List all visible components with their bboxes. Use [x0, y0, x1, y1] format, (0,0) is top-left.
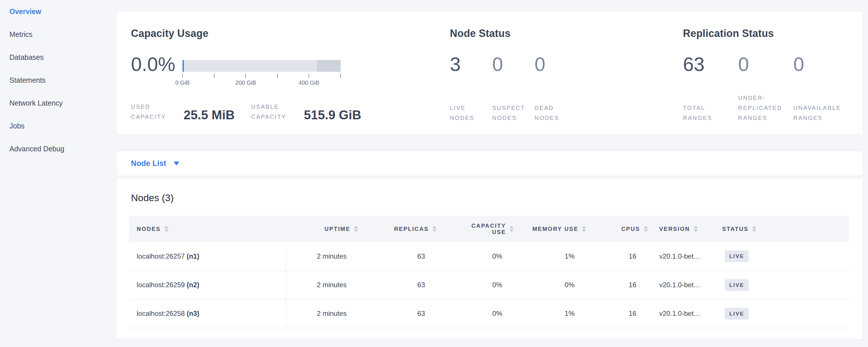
table-row: localhost:26257 (n1) 2 minutes 63 0% 1% …	[129, 242, 849, 271]
axis-label-0gib: 0 GiB	[175, 80, 190, 86]
nodes-table-card: Nodes (3) Nodes Uptime Rep	[116, 178, 863, 339]
column-header-status[interactable]: Status	[722, 216, 849, 242]
uptime-cell: 2 minutes	[285, 242, 358, 271]
sidebar-item-databases[interactable]: Databases	[9, 46, 116, 69]
replication-status-title: Replication Status	[683, 28, 848, 39]
sort-icon	[432, 226, 436, 232]
live-nodes-count: 3	[450, 54, 492, 74]
column-header-replicas[interactable]: Replicas	[358, 216, 436, 242]
sort-icon	[582, 226, 586, 232]
nodes-table: Nodes Uptime Replicas Capacity	[129, 216, 849, 328]
column-header-cpus[interactable]: CPUs	[586, 216, 648, 242]
sort-icon	[644, 226, 648, 232]
capacity-gauge-used-bar	[183, 60, 184, 72]
table-row: localhost:26259 (n2) 2 minutes 63 0% 0% …	[129, 271, 849, 299]
capacity-use-cell: 0%	[436, 271, 514, 299]
uptime-cell: 2 minutes	[285, 271, 358, 299]
capacity-gauge-track	[183, 60, 341, 72]
sort-icon	[509, 226, 514, 232]
capacity-used-percent: 0.0%	[131, 53, 175, 75]
memory-use-cell: 0%	[514, 271, 586, 299]
suspect-nodes-stat: 0 Suspect Nodes	[492, 54, 534, 123]
dead-nodes-stat: 0 Dead Nodes	[534, 54, 577, 123]
sidebar-item-jobs[interactable]: Jobs	[9, 115, 116, 137]
status-badge: LIVE	[725, 279, 749, 291]
status-cell: LIVE	[722, 271, 849, 299]
capacity-usage-title: Capacity Usage	[131, 28, 450, 39]
status-cell: LIVE	[722, 299, 849, 328]
cluster-summary-card: Capacity Usage 0.0%	[116, 11, 863, 134]
sidebar-item-overview[interactable]: Overview	[9, 0, 116, 23]
capacity-gauge-ticks	[183, 73, 341, 78]
node-address-cell: localhost:26259 (n2)	[129, 271, 285, 299]
axis-label-400gib: 400 GiB	[299, 80, 319, 86]
status-badge: LIVE	[725, 250, 749, 262]
node-address-cell: localhost:26257 (n1)	[129, 242, 285, 271]
replicas-cell: 63	[358, 271, 436, 299]
chevron-down-icon	[174, 162, 179, 165]
capacity-gauge-axis: 0 GiB 200 GiB 400 GiB	[183, 80, 341, 86]
sidebar-item-advanced-debug[interactable]: Advanced Debug	[9, 137, 116, 160]
capacity-gauge-chart: 0 GiB 200 GiB 400 GiB	[183, 60, 341, 86]
used-capacity-stat: Used Capacity 25.5 MiB	[131, 102, 235, 122]
column-header-uptime[interactable]: Uptime	[285, 216, 358, 242]
sort-icon	[694, 226, 698, 232]
status-cell: LIVE	[722, 242, 849, 271]
sidebar: Overview Metrics Databases Statements Ne…	[0, 0, 116, 347]
column-header-memory-use[interactable]: Memory Use	[514, 216, 586, 242]
usable-capacity-stat: Usable Capacity 515.9 GiB	[251, 102, 362, 122]
version-cell: v20.1.0-bet…	[648, 299, 722, 328]
under-replicated-ranges-count: 0	[738, 54, 793, 74]
view-selector-card: Node List	[116, 151, 863, 176]
total-ranges-count: 63	[683, 54, 738, 74]
axis-label-200gib: 200 GiB	[236, 80, 256, 86]
column-header-nodes[interactable]: Nodes	[129, 216, 285, 242]
sidebar-item-statements[interactable]: Statements	[9, 69, 116, 92]
replicas-cell: 63	[358, 242, 436, 271]
uptime-cell: 2 minutes	[285, 299, 358, 328]
column-header-capacity-use[interactable]: Capacity Use	[436, 216, 514, 242]
sort-icon	[164, 226, 168, 232]
table-row: localhost:26258 (n3) 2 minutes 63 0% 1% …	[129, 299, 849, 328]
nodes-table-title: Nodes (3)	[129, 192, 850, 203]
column-header-version[interactable]: Version	[648, 216, 722, 242]
capacity-use-cell: 0%	[436, 299, 514, 328]
unavailable-ranges-count: 0	[793, 54, 848, 74]
node-status-panel: Node Status 3 Live Nodes 0 Suspect	[450, 28, 683, 122]
sort-icon	[752, 226, 756, 232]
version-cell: v20.1.0-bet…	[648, 271, 722, 299]
dead-nodes-count: 0	[534, 54, 577, 74]
node-status-title: Node Status	[450, 28, 683, 39]
live-nodes-stat: 3 Live Nodes	[450, 54, 492, 123]
replicas-cell: 63	[358, 299, 436, 328]
total-ranges-stat: 63 Total Ranges	[683, 54, 738, 123]
memory-use-cell: 1%	[514, 242, 586, 271]
view-selector-label: Node List	[131, 159, 166, 168]
sidebar-item-metrics[interactable]: Metrics	[9, 23, 116, 46]
table-header-row: Nodes Uptime Replicas Capacity	[129, 216, 849, 242]
cpus-cell: 16	[586, 271, 648, 299]
sidebar-item-network-latency[interactable]: Network Latency	[9, 92, 116, 115]
suspect-nodes-count: 0	[492, 54, 534, 74]
under-replicated-ranges-stat: 0 Under- Replicated Ranges	[738, 54, 793, 123]
sort-icon	[354, 226, 358, 232]
main-content: Capacity Usage 0.0%	[116, 0, 868, 347]
used-capacity-value: 25.5 MiB	[184, 109, 235, 121]
unavailable-ranges-stat: 0 Unavailable Ranges	[793, 54, 848, 123]
capacity-gauge-reserved-bar	[317, 60, 341, 72]
cpus-cell: 16	[586, 299, 648, 328]
view-selector-dropdown[interactable]: Node List	[131, 159, 179, 168]
replication-status-panel: Replication Status 63 Total Ranges 0 Und…	[683, 28, 848, 122]
version-cell: v20.1.0-bet…	[648, 242, 722, 271]
status-badge: LIVE	[725, 308, 749, 319]
usable-capacity-value: 515.9 GiB	[304, 109, 362, 121]
cpus-cell: 16	[586, 242, 648, 271]
memory-use-cell: 1%	[514, 299, 586, 328]
capacity-usage-panel: Capacity Usage 0.0%	[131, 28, 450, 122]
capacity-use-cell: 0%	[436, 242, 514, 271]
node-address-cell: localhost:26258 (n3)	[129, 299, 285, 328]
